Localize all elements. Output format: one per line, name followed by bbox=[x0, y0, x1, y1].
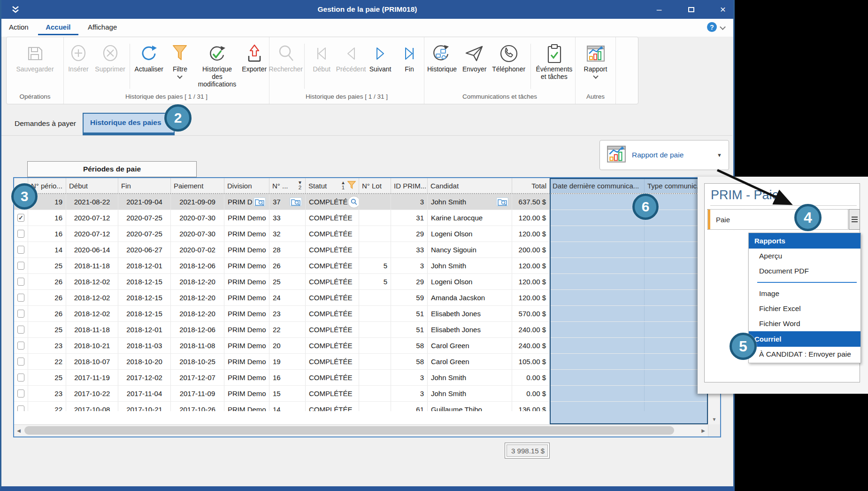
menu-item[interactable]: Aperçu bbox=[749, 249, 860, 264]
row-checkbox[interactable] bbox=[17, 390, 24, 397]
save-button[interactable]: Sauvegarder bbox=[13, 41, 57, 74]
table-row[interactable]: 162020-07-122020-07-252020-07-30PRIM Dem… bbox=[14, 210, 708, 226]
column-header-candidat[interactable]: Candidat bbox=[428, 178, 512, 193]
folder-lookup-icon[interactable] bbox=[253, 197, 266, 206]
cell-datecomm bbox=[550, 258, 645, 273]
column-header-idprim[interactable]: ID PRIM... bbox=[391, 178, 428, 193]
menu-item[interactable]: Image bbox=[749, 286, 860, 301]
row-checkbox[interactable] bbox=[17, 278, 24, 286]
search-button[interactable]: Rechercher bbox=[269, 41, 302, 74]
menu-affichage[interactable]: Affichage bbox=[80, 19, 124, 34]
cell-division: PRIM Demo bbox=[224, 354, 269, 369]
folder-lookup-icon[interactable] bbox=[290, 197, 302, 206]
row-checkbox[interactable] bbox=[17, 262, 24, 270]
row-checkbox[interactable] bbox=[17, 246, 24, 254]
row-checkbox[interactable] bbox=[17, 326, 24, 334]
table-row[interactable]: 222017-10-082017-10-212017-10-26PRIM Dem… bbox=[14, 402, 708, 411]
column-header-statut[interactable]: Statut ▲1 bbox=[306, 178, 359, 193]
tab-demandes-a-payer[interactable]: Demandes à payer bbox=[8, 113, 83, 135]
magnifier-lookup-icon[interactable] bbox=[348, 196, 359, 208]
cell-division: PRIM Demo bbox=[224, 402, 269, 411]
history-button[interactable]: Historique bbox=[424, 41, 460, 74]
column-header-datecomm[interactable]: Date dernière communica... bbox=[550, 178, 645, 193]
report-ribbon-button[interactable]: Rapport bbox=[581, 41, 611, 79]
column-header-paiement[interactable]: Paiement bbox=[171, 178, 224, 193]
filter-active-icon[interactable] bbox=[347, 180, 356, 191]
annotation-badge-4: 4 bbox=[794, 204, 822, 231]
menu-item[interactable]: À CANDIDAT : Envoyer paie bbox=[749, 347, 860, 362]
help-icon[interactable]: ? bbox=[707, 22, 717, 32]
horizontal-scrollbar[interactable]: ◀ ▶ bbox=[14, 424, 708, 436]
row-checkbox[interactable] bbox=[17, 358, 24, 366]
table-row[interactable]: 262018-12-022018-12-152018-12-20PRIM Dem… bbox=[14, 306, 708, 322]
row-checkbox-checked[interactable] bbox=[17, 214, 24, 222]
cell-text: 2018-10-21 bbox=[74, 342, 110, 350]
menu-action[interactable]: Action bbox=[1, 19, 36, 34]
row-checkbox[interactable] bbox=[17, 230, 24, 238]
cell-fin: 2021-09-04 bbox=[118, 194, 171, 210]
previous-button[interactable]: Précédent bbox=[336, 41, 366, 74]
menu-item[interactable]: Fichier Excel bbox=[749, 301, 860, 316]
last-button[interactable]: Fin bbox=[395, 41, 424, 74]
menu-icon[interactable] bbox=[849, 209, 860, 230]
menu-item[interactable]: Fichier Word bbox=[749, 316, 860, 331]
column-header-fin[interactable]: Fin bbox=[118, 178, 171, 193]
table-row[interactable]: 262018-12-022018-12-152018-12-20PRIM Dem… bbox=[14, 274, 708, 290]
table-row[interactable]: 162020-07-122020-07-252020-07-30PRIM Dem… bbox=[14, 226, 708, 242]
cell-text: 120.00 $ bbox=[519, 294, 546, 302]
cell-text: PRIM Demo bbox=[228, 246, 266, 254]
cell-lot bbox=[359, 306, 391, 321]
phone-button[interactable]: Téléphoner bbox=[489, 41, 528, 74]
send-button[interactable]: Envoyer bbox=[460, 41, 490, 74]
scroll-left-icon[interactable]: ◀ bbox=[14, 425, 23, 436]
cell-text: 2020-07-30 bbox=[179, 214, 215, 222]
table-row[interactable]: 252018-11-182018-12-012018-12-06PRIM Dem… bbox=[14, 322, 708, 338]
menu-accueil[interactable]: Accueil bbox=[38, 19, 78, 35]
column-header-total[interactable]: Total bbox=[512, 178, 550, 193]
grid-footer-total: 3 998.15 $ bbox=[505, 443, 550, 459]
events-tasks-button[interactable]: Événements et tâches bbox=[533, 41, 575, 81]
table-row[interactable]: 222018-10-072018-10-202018-10-25PRIM Dem… bbox=[14, 354, 708, 370]
table-row[interactable]: 232018-10-212018-11-032018-11-08PRIM Dem… bbox=[14, 338, 708, 354]
table-row[interactable]: 252017-11-192017-12-022017-12-07PRIM Dem… bbox=[14, 370, 708, 386]
delete-button[interactable]: Supprimer bbox=[93, 41, 127, 74]
column-header-debut[interactable]: Début bbox=[66, 178, 118, 193]
table-row[interactable]: 232017-10-222017-11-042017-11-09PRIM Dem… bbox=[14, 386, 708, 402]
cell-check bbox=[14, 258, 28, 273]
ribbon-collapse-icon[interactable] bbox=[720, 24, 726, 30]
row-checkbox[interactable] bbox=[17, 310, 24, 318]
column-header-lot[interactable]: N° Lot bbox=[359, 178, 391, 193]
minimize-button[interactable]: – bbox=[648, 2, 670, 17]
insert-button[interactable]: Insérer bbox=[64, 41, 93, 74]
modification-history-button[interactable]: Historique des modifications bbox=[194, 41, 239, 89]
table-row[interactable]: 142020-06-142020-06-272020-07-02PRIM Dem… bbox=[14, 242, 708, 258]
refresh-button[interactable]: Actualiser bbox=[132, 41, 165, 74]
cell-text: 3 bbox=[420, 374, 424, 382]
row-checkbox[interactable] bbox=[17, 342, 24, 350]
scroll-down-icon[interactable]: ▼ bbox=[708, 414, 720, 424]
column-header-num[interactable]: N° ... ▼2 bbox=[269, 178, 306, 193]
table-row[interactable]: 192021-08-222021-09-042021-09-09PRIM D37… bbox=[14, 194, 708, 210]
cell-check bbox=[14, 322, 28, 337]
chevron-down-icon[interactable]: ▼ bbox=[717, 152, 722, 158]
folder-lookup-icon[interactable] bbox=[496, 197, 508, 206]
menu-item[interactable]: Document PDF bbox=[749, 264, 860, 279]
filter-button[interactable]: Filtre bbox=[165, 41, 194, 79]
cell-division: PRIM Demo bbox=[224, 210, 269, 226]
maximize-button[interactable] bbox=[680, 2, 702, 17]
scrollbar-thumb[interactable] bbox=[24, 426, 674, 435]
row-checkbox[interactable] bbox=[17, 294, 24, 302]
first-button[interactable]: Début bbox=[307, 41, 336, 74]
column-header-division[interactable]: Division bbox=[224, 178, 269, 193]
cell-paiement: 2020-07-30 bbox=[171, 210, 224, 226]
scroll-right-icon[interactable]: ▶ bbox=[699, 425, 708, 436]
export-button[interactable]: Exporter bbox=[240, 41, 269, 74]
tab-historique-des-paies[interactable]: Historique des paies bbox=[83, 113, 175, 135]
row-checkbox[interactable] bbox=[17, 405, 24, 411]
row-checkbox[interactable] bbox=[17, 374, 24, 382]
close-button[interactable]: × bbox=[712, 2, 734, 17]
next-button[interactable]: Suivant bbox=[366, 41, 395, 74]
cell-division: PRIM Demo bbox=[224, 386, 269, 401]
table-row[interactable]: 262018-12-022018-12-152018-12-20PRIM Dem… bbox=[14, 290, 708, 306]
table-row[interactable]: 252018-11-182018-12-012018-12-06PRIM Dem… bbox=[14, 258, 708, 274]
